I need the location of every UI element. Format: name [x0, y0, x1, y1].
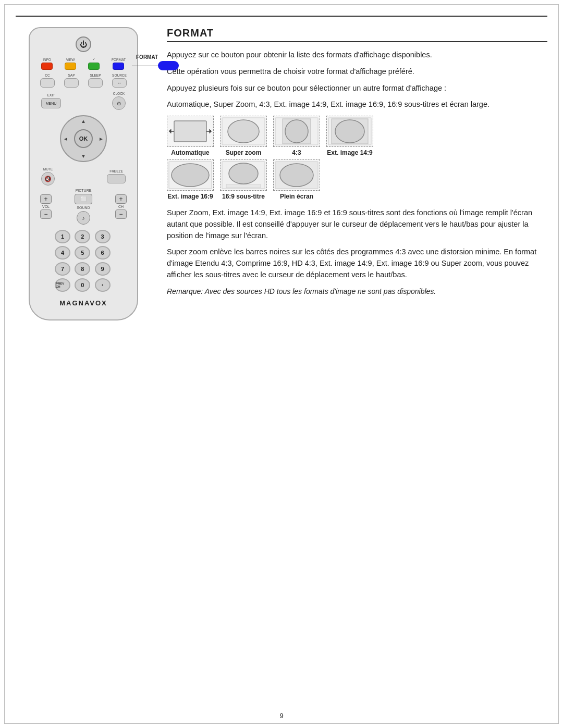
format-ext149-svg [327, 117, 372, 146]
nav-up-arrow[interactable]: ▲ [81, 118, 86, 124]
dot-button[interactable]: · [95, 278, 111, 292]
para-5-text: Super Zoom, Ext. image 14:9, Ext. image … [167, 208, 532, 240]
num-0-button[interactable]: 0 [75, 278, 90, 292]
format-auto-label: Automatique [171, 149, 209, 156]
nav-down-arrow[interactable]: ▼ [81, 153, 86, 159]
para-note: Remarque: Avec des sources HD tous les f… [167, 286, 547, 297]
svg-point-17 [280, 164, 313, 187]
view-label: VIEW [66, 58, 75, 61]
para-5: Super Zoom, Ext. image 14:9, Ext. image … [167, 207, 547, 241]
format-43-item: 4:3 [273, 116, 320, 156]
vol-plus-button[interactable]: + [40, 194, 52, 204]
para-note-text: Remarque: Avec des sources HD tous les f… [167, 287, 436, 295]
format-plein-svg [274, 161, 319, 190]
svg-rect-15 [226, 184, 261, 188]
ok-button[interactable]: OK [74, 129, 93, 148]
menu-label: MENU [46, 102, 57, 105]
info-group: INFO [41, 58, 53, 70]
ok-label: OK [79, 135, 88, 142]
freeze-button[interactable] [107, 174, 126, 183]
vol-label: VOL [42, 205, 50, 208]
format-auto-box [167, 116, 214, 147]
source-label: SOURCE [112, 73, 127, 77]
num-2-button[interactable]: 2 [75, 230, 90, 243]
prev-ch-button[interactable]: PREV CH [55, 278, 70, 292]
format-ext169-svg [168, 161, 213, 190]
format-button[interactable] [113, 63, 124, 70]
format-169sous-svg [221, 161, 266, 190]
format-label: FORMAT [112, 58, 126, 61]
top-rule [16, 16, 547, 17]
callout-line [132, 61, 179, 70]
para-3: Appuyez plusieurs fois sur ce bouton pou… [167, 83, 547, 94]
callout-label: FORMAT [136, 54, 158, 60]
power-icon: ⏻ [80, 40, 87, 48]
format-superzoom-label: Super zoom [226, 149, 262, 156]
check-button[interactable] [88, 63, 100, 70]
sound-label: SOUND [77, 206, 90, 209]
nav-right-arrow[interactable]: ► [99, 136, 104, 142]
clock-label: CLOCK [113, 92, 125, 95]
num-8-button[interactable]: 8 [75, 262, 90, 276]
callout-line-horizontal [132, 66, 158, 66]
format-superzoom-svg [221, 117, 266, 146]
para-2: Cette opération vous permettra de choisi… [167, 66, 547, 78]
sleep-button[interactable] [88, 78, 103, 88]
format-ext169-item: Ext. image 16:9 [167, 159, 214, 200]
mute-freeze-row: MUTE 🔇 FREEZE [39, 167, 128, 186]
mute-group: MUTE 🔇 [41, 167, 55, 186]
menu-button[interactable]: MENU [41, 98, 61, 108]
format-auto-item: Automatique [167, 116, 214, 156]
num-9-button[interactable]: 9 [95, 262, 111, 276]
format-43-svg [274, 117, 319, 146]
sleep-group: SLEEP [88, 73, 103, 88]
content-column: FORMAT Appuyez sur ce bouton pour obteni… [167, 22, 547, 707]
mute-button[interactable]: 🔇 [41, 172, 55, 186]
ch-minus-button[interactable]: − [115, 209, 127, 219]
sap-group: SAP [64, 73, 79, 88]
format-group: FORMAT [112, 58, 126, 70]
sap-button[interactable] [64, 78, 79, 88]
num-7-button[interactable]: 7 [55, 262, 70, 276]
para-6: Super zoom enlève les barres noires sur … [167, 246, 547, 280]
para-1: Appuyez sur ce bouton pour obtenir la li… [167, 50, 547, 61]
mute-label: MUTE [43, 167, 53, 171]
clock-button[interactable]: ⊙ [112, 96, 126, 110]
svg-point-7 [285, 120, 308, 143]
info-button[interactable] [41, 63, 53, 70]
num-1-button[interactable]: 1 [55, 230, 70, 243]
para-6-text: Super zoom enlève les barres noires sur … [167, 248, 536, 279]
format-169sous-label: 16:9 sous-titre [222, 193, 265, 200]
sleep-label: SLEEP [90, 73, 101, 77]
format-169sous-item: 16:9 sous-titre [220, 159, 267, 200]
picture-button[interactable]: ⬜ [75, 194, 92, 204]
format-callout: FORMAT [132, 54, 179, 70]
svg-point-12 [172, 164, 209, 187]
check-label: ✓ [92, 57, 95, 61]
check-group: ✓ [88, 57, 100, 70]
view-button[interactable] [65, 63, 76, 70]
format-plein-box [273, 159, 320, 191]
exit-clock-row: EXIT MENU CLOCK ⊙ [39, 92, 128, 110]
cc-button[interactable] [40, 78, 55, 88]
brand-label: MAGNAVOX [59, 299, 107, 307]
num-4-button[interactable]: 4 [55, 246, 70, 260]
power-button[interactable]: ⏻ [76, 36, 91, 52]
info-label: INFO [43, 58, 51, 61]
sound-button[interactable]: ♪ [77, 211, 90, 225]
exit-label: EXIT [47, 93, 55, 97]
ch-plus-button[interactable]: + [115, 194, 127, 204]
format-ext149-item: Ext. image 14:9 [326, 116, 373, 156]
vol-minus-button[interactable]: − [40, 209, 52, 219]
format-ext149-box [326, 116, 373, 147]
num-6-button[interactable]: 6 [95, 246, 111, 260]
num-3-button[interactable]: 3 [95, 230, 111, 243]
nav-left-arrow[interactable]: ◄ [63, 136, 68, 142]
vol-ch-area: + VOL − PICTURE ⬜ SOUND ♪ + CH [39, 189, 128, 225]
num-5-button[interactable]: 5 [75, 246, 90, 260]
remote-wrap: ⏻ INFO VIEW ✓ [29, 27, 138, 320]
source-button[interactable]: ↔ [112, 78, 127, 88]
vol-group: + VOL − [40, 194, 52, 219]
remote-control: ⏻ INFO VIEW ✓ [29, 27, 138, 320]
ch-label: CH [118, 205, 124, 208]
